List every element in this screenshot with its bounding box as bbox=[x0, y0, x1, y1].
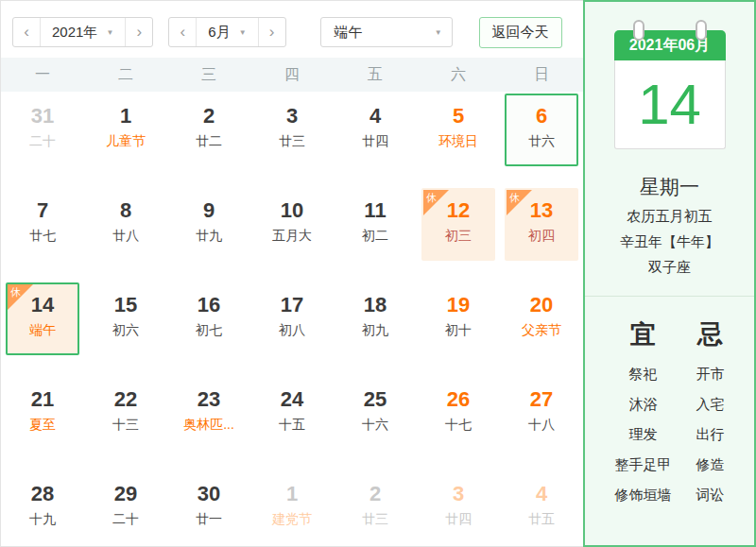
prev-year-button[interactable]: ‹ bbox=[13, 18, 41, 46]
day-cell[interactable]: 23奥林匹... bbox=[167, 375, 250, 470]
festival-select[interactable]: 端午 ▼ bbox=[320, 17, 453, 47]
day-lunar-label: 初八 bbox=[257, 321, 327, 338]
day-cell[interactable]: 4廿四 bbox=[334, 92, 417, 186]
day-cell[interactable]: 休13初四 bbox=[500, 186, 583, 281]
day-cell[interactable]: 19初十 bbox=[417, 281, 500, 375]
zodiac-text: 双子座 bbox=[648, 259, 691, 277]
day-cell[interactable]: 18初九 bbox=[334, 281, 417, 375]
day-number: 28 bbox=[8, 482, 77, 506]
day-lunar-label: 十八 bbox=[507, 416, 576, 433]
day-cell[interactable]: 11初二 bbox=[334, 186, 417, 281]
year-selector: ‹ 2021年 ▼ › bbox=[12, 17, 153, 47]
day-cell[interactable]: 3廿四 bbox=[417, 470, 500, 547]
toolbar: ‹ 2021年 ▼ › ‹ 6月 ▼ › 端午 ▼ 返回今天 bbox=[1, 1, 583, 48]
day-number: 1 bbox=[257, 482, 327, 506]
day-number: 20 bbox=[507, 293, 576, 317]
card-day-number: 14 bbox=[614, 60, 726, 149]
day-lunar-label: 初四 bbox=[507, 227, 576, 244]
date-card: 2021年06月 14 bbox=[614, 30, 726, 149]
day-number: 24 bbox=[257, 387, 327, 412]
calendar-grid: 31二十1儿童节2廿二3廿三4廿四5环境日6廿六7廿七8廿八9廿九10五月大11… bbox=[1, 92, 583, 547]
day-number: 6 bbox=[507, 104, 576, 128]
day-lunar-label: 端午 bbox=[8, 321, 77, 338]
month-selector: ‹ 6月 ▼ › bbox=[168, 17, 285, 47]
calendar-app: ‹ 2021年 ▼ › ‹ 6月 ▼ › 端午 ▼ 返回今天 bbox=[0, 0, 756, 547]
day-cell[interactable]: 31二十 bbox=[1, 92, 84, 186]
day-number: 15 bbox=[91, 293, 161, 317]
day-lunar-label: 初十 bbox=[423, 321, 493, 338]
day-lunar-label: 初九 bbox=[340, 321, 410, 338]
festival-value: 端午 bbox=[335, 24, 363, 42]
day-cell[interactable]: 16初七 bbox=[167, 281, 250, 375]
day-cell[interactable]: 10五月大 bbox=[250, 186, 334, 281]
day-cell[interactable]: 1建党节 bbox=[250, 470, 334, 547]
avoid-item: 出行 bbox=[696, 419, 725, 450]
day-cell[interactable]: 28十九 bbox=[1, 470, 84, 547]
avoid-title: 忌 bbox=[697, 317, 723, 351]
suitable-item: 理发 bbox=[615, 419, 672, 450]
weekday-header: 一二三四五六日 bbox=[1, 58, 583, 92]
day-cell[interactable]: 27十八 bbox=[500, 375, 583, 470]
suitable-title: 宜 bbox=[630, 317, 656, 351]
day-cell[interactable]: 2廿三 bbox=[334, 470, 417, 547]
day-number: 2 bbox=[174, 104, 244, 128]
day-cell[interactable]: 24十五 bbox=[250, 375, 334, 470]
day-cell[interactable]: 26十七 bbox=[417, 375, 500, 470]
day-lunar-label: 十七 bbox=[423, 416, 493, 433]
day-cell[interactable]: 22十三 bbox=[84, 375, 167, 470]
day-number: 10 bbox=[257, 198, 327, 223]
day-lunar-label: 廿四 bbox=[423, 510, 493, 527]
day-cell[interactable]: 3廿三 bbox=[250, 92, 334, 186]
avoid-item: 修造 bbox=[696, 450, 725, 480]
day-cell[interactable]: 21夏至 bbox=[1, 375, 84, 470]
prev-month-button[interactable]: ‹ bbox=[169, 18, 197, 46]
day-cell[interactable]: 6廿六 bbox=[500, 92, 583, 186]
chevron-down-icon: ▼ bbox=[106, 28, 113, 37]
calendar-pane: ‹ 2021年 ▼ › ‹ 6月 ▼ › 端午 ▼ 返回今天 bbox=[0, 0, 583, 547]
month-select[interactable]: 6月 ▼ bbox=[197, 18, 257, 46]
day-cell[interactable]: 休14端午 bbox=[1, 281, 84, 375]
day-number: 3 bbox=[257, 104, 327, 128]
day-cell[interactable]: 29二十 bbox=[84, 470, 167, 547]
day-number: 16 bbox=[174, 293, 244, 317]
day-cell[interactable]: 4廿五 bbox=[500, 470, 583, 547]
day-cell[interactable]: 25十六 bbox=[334, 375, 417, 470]
day-lunar-label: 十三 bbox=[91, 416, 161, 433]
day-cell[interactable]: 1儿童节 bbox=[84, 92, 167, 186]
back-to-today-button[interactable]: 返回今天 bbox=[479, 17, 562, 48]
suitable-item: 修饰垣墙 bbox=[615, 480, 672, 510]
day-cell[interactable]: 15初六 bbox=[84, 281, 167, 375]
day-number: 18 bbox=[340, 293, 410, 317]
weekday-label: 一 bbox=[1, 65, 84, 85]
day-cell[interactable]: 7廿七 bbox=[1, 186, 84, 281]
day-lunar-label: 廿八 bbox=[91, 227, 161, 244]
next-month-button[interactable]: › bbox=[258, 18, 285, 46]
chevron-right-icon: › bbox=[136, 23, 142, 42]
day-cell[interactable]: 8廿八 bbox=[84, 186, 167, 281]
day-number: 8 bbox=[91, 198, 161, 223]
day-cell[interactable]: 17初八 bbox=[250, 281, 334, 375]
day-cell[interactable]: 20父亲节 bbox=[500, 281, 583, 375]
chevron-left-icon: ‹ bbox=[180, 23, 185, 42]
weekday-label: 二 bbox=[84, 65, 167, 85]
suitable-item: 祭祀 bbox=[615, 359, 672, 389]
next-year-button[interactable]: › bbox=[125, 18, 152, 46]
day-lunar-label: 五月大 bbox=[257, 227, 327, 244]
day-cell[interactable]: 30廿一 bbox=[167, 470, 250, 547]
day-number: 4 bbox=[340, 104, 410, 128]
day-lunar-label: 环境日 bbox=[423, 132, 493, 149]
day-cell[interactable]: 5环境日 bbox=[417, 92, 500, 186]
day-lunar-label: 初六 bbox=[91, 321, 161, 338]
avoid-item: 开市 bbox=[696, 359, 725, 389]
day-lunar-label: 夏至 bbox=[8, 416, 77, 433]
year-select[interactable]: 2021年 ▼ bbox=[41, 18, 125, 46]
day-lunar-label: 廿二 bbox=[174, 132, 244, 149]
day-lunar-label: 廿三 bbox=[340, 510, 410, 527]
chevron-left-icon: ‹ bbox=[24, 23, 29, 42]
day-cell[interactable]: 2廿二 bbox=[167, 92, 250, 186]
day-cell[interactable]: 休12初三 bbox=[417, 186, 500, 281]
month-value: 6月 bbox=[208, 24, 230, 42]
suitable-column: 宜 祭祀沐浴理发整手足甲修饰垣墙 bbox=[615, 317, 672, 510]
day-cell[interactable]: 9廿九 bbox=[167, 186, 250, 281]
day-number: 1 bbox=[91, 104, 161, 128]
